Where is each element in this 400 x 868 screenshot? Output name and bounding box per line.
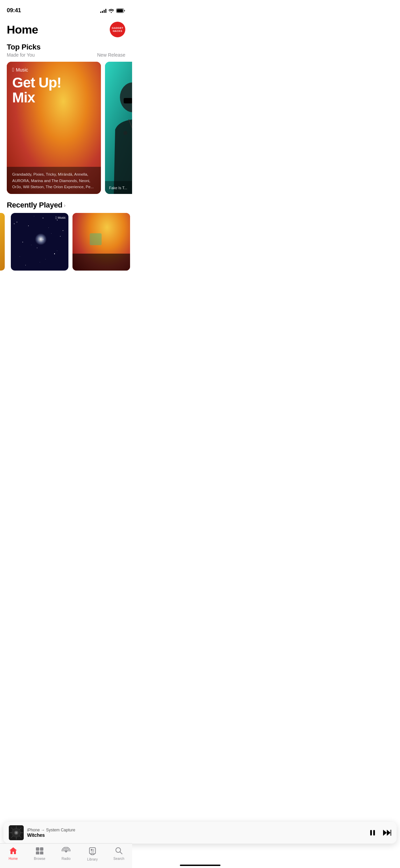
side-card-label-area: Fake Is T... [105,181,132,194]
battery-icon [116,8,125,13]
card-content:  Music Get Up! Mix Grandaddy, Pixies, T… [7,62,101,194]
new-release-label: New Release [97,52,125,58]
top-picks-section-header: Top Picks Made for You New Release [0,40,132,58]
status-time: 09:41 [7,7,21,14]
apple-music-badge:  Music [55,216,66,220]
side-card-bg [105,62,132,194]
recently-played-header[interactable]: Recently Played › [0,199,132,213]
apple-logo-small:  [55,216,57,220]
status-icons [100,8,125,13]
get-up-mix-card[interactable]:  Music Get Up! Mix Grandaddy, Pixies, T… [7,62,101,194]
side-card-label: Fake Is T... [109,186,127,190]
apple-music-label: Music [16,67,28,73]
svg-rect-1 [117,9,123,12]
gadget-hacks-badge[interactable]: GADGET HACKS [110,22,125,37]
green-overlay-square [90,233,102,245]
top-picks-subtitle: Made for You New Release [7,52,125,58]
recently-played-cards:  Music [0,213,132,276]
new-release-card[interactable]: Fake Is T... [105,62,132,194]
page-title: Home [7,23,38,36]
recent-card-partial-left[interactable] [0,213,5,271]
apple-music-badge-text: Music [58,216,66,219]
orange-recent-card[interactable] [72,213,130,271]
svg-point-7 [123,131,127,135]
recently-played-title: Recently Played [7,201,62,210]
card-desc-text: Grandaddy, Pixies, Tricky, Mïrändä, Anne… [12,172,94,189]
status-bar: 09:41 [0,0,132,16]
apple-music-logo:  Music [12,67,96,73]
page-header: Home GADGET HACKS [0,16,132,40]
card-description: Grandaddy, Pixies, Tricky, Mïrändä, Anne… [7,167,101,194]
starfield-recent-card[interactable]:  Music [11,213,68,271]
signal-icon [100,8,106,13]
star-cluster [35,233,47,245]
chevron-right-icon: › [64,202,65,209]
made-for-you-label: Made for You [7,52,35,58]
wifi-icon [108,8,114,13]
apple-logo-icon:  [12,67,14,73]
top-picks-cards:  Music Get Up! Mix Grandaddy, Pixies, T… [0,58,132,199]
orange-overlay [72,254,130,271]
svg-rect-4 [124,98,132,103]
top-picks-title: Top Picks [7,43,125,52]
card-title: Get Up! Mix [12,75,96,167]
person-silhouette [105,62,132,194]
